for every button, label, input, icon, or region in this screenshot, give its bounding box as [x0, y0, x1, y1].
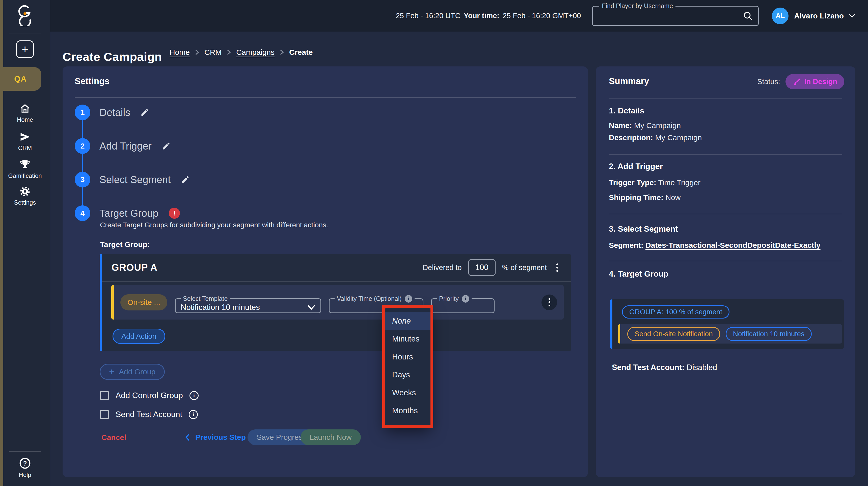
summary-panel: Summary Status: In Design 1. Details Nam…	[596, 66, 856, 477]
divider	[609, 154, 842, 154]
validity-time-menu: None Minutes Hours Days Weeks Months	[385, 308, 431, 425]
menu-option-months[interactable]: Months	[385, 402, 431, 420]
edit-pencil-icon[interactable]	[181, 175, 190, 184]
summary-line: Description: My Campaign	[609, 133, 702, 142]
status-badge-label: In Design	[804, 78, 837, 86]
workspace-badge-qa[interactable]: QA	[0, 67, 41, 91]
player-search-input[interactable]	[593, 6, 758, 25]
menu-option-days[interactable]: Days	[385, 366, 431, 384]
summary-section-title: 4. Target Group	[609, 269, 669, 279]
group-kebab-menu-icon[interactable]	[553, 262, 561, 273]
select-template-label: Select Template	[183, 295, 227, 303]
add-control-group-checkbox[interactable]	[100, 391, 109, 400]
user-menu[interactable]: Alvaro Lizano	[794, 11, 844, 20]
add-group-label: Add Group	[119, 368, 155, 376]
percent-suffix: % of segment	[502, 263, 547, 272]
menu-option-none[interactable]: None	[385, 312, 431, 330]
chevron-down-icon[interactable]	[848, 13, 856, 19]
step-label: Target Group	[99, 208, 158, 219]
breadcrumb-crm[interactable]: CRM	[205, 48, 221, 57]
step-label: Add Trigger	[99, 140, 152, 152]
clock-group: 25 Feb - 16:20 UTC Your time: 25 Feb - 1…	[396, 11, 581, 20]
workspace-edge-accent	[0, 0, 3, 486]
breadcrumb-separator-icon	[226, 49, 231, 56]
edit-pencil-icon[interactable]	[162, 141, 171, 150]
brush-icon	[793, 78, 801, 86]
summary-line: Segment: Dates-Transactional-SecondDepos…	[609, 241, 820, 250]
edit-pencil-icon[interactable]	[140, 108, 149, 117]
breadcrumb-home[interactable]: Home	[169, 48, 190, 57]
error-icon: !	[169, 208, 180, 219]
sidebar-item-crm[interactable]: CRM	[0, 131, 50, 151]
plus-icon: +	[109, 367, 114, 376]
settings-panel: Settings 1 Details 2 Add Trigger 3 Selec…	[63, 66, 588, 477]
send-test-account-checkbox[interactable]	[100, 410, 109, 419]
local-time: 25 Feb - 16:20 GMT+00	[503, 11, 581, 20]
send-test-account-row: Send Test Account i	[100, 410, 198, 419]
home-icon	[19, 103, 31, 114]
player-search: Find Player by Username	[592, 6, 759, 26]
action-kebab-menu-icon[interactable]	[541, 294, 557, 310]
channel-chip[interactable]: On-site ...	[120, 294, 167, 310]
sidebar-item-help[interactable]: ? Help	[0, 457, 50, 479]
cancel-button[interactable]: Cancel	[100, 429, 128, 445]
sidebar-divider	[9, 451, 41, 452]
priority-field[interactable]: Priority i	[431, 295, 495, 313]
send-test-account-label: Send Test Account	[116, 410, 182, 419]
sidebar-item-label: Gamification	[0, 172, 50, 179]
svg-text:?: ?	[23, 460, 27, 467]
info-icon[interactable]: i	[462, 295, 469, 303]
add-action-button[interactable]: Add Action	[113, 328, 165, 344]
breadcrumb-separator-icon	[195, 49, 199, 56]
select-template-value: Notification 10 minutes	[181, 303, 260, 312]
group-a-header: GROUP A Delivered to % of segment	[102, 254, 571, 282]
launch-now-button[interactable]: Launch Now	[301, 429, 361, 445]
summary-group-chip[interactable]: GROUP A: 100 % of segment	[622, 305, 730, 318]
trophy-icon	[19, 159, 31, 170]
step-number: 2	[75, 138, 90, 154]
summary-template-chip[interactable]: Notification 10 minutes	[726, 327, 812, 341]
sidebar-item-gamification[interactable]: Gamification	[0, 159, 50, 179]
percent-of-segment-input[interactable]	[468, 259, 496, 276]
menu-option-weeks[interactable]: Weeks	[385, 384, 431, 402]
action-row: On-site ... Select Template Notification…	[111, 285, 564, 319]
your-time-label: Your time:	[464, 11, 499, 20]
sidebar-item-settings[interactable]: Settings	[0, 186, 50, 206]
summary-action-chip[interactable]: Send On-site Notification	[627, 327, 720, 341]
step-number: 4	[75, 205, 90, 221]
avatar[interactable]: AL	[772, 7, 788, 24]
step-label: Details	[99, 107, 130, 118]
info-icon[interactable]: i	[405, 295, 412, 303]
add-group-button[interactable]: + Add Group	[100, 364, 165, 380]
gear-icon	[20, 186, 31, 197]
summary-line: Trigger Type: Time Trigger	[609, 178, 701, 187]
previous-step-button[interactable]: Previous Step	[183, 429, 247, 445]
info-icon[interactable]: i	[189, 410, 198, 419]
avatar-initials: AL	[776, 12, 785, 20]
sidebar-item-home[interactable]: Home	[0, 103, 50, 123]
sidebar-item-label: CRM	[0, 144, 50, 151]
summary-group-card: GROUP A: 100 % of segment Send On-site N…	[610, 299, 844, 349]
breadcrumb-campaigns[interactable]: Campaigns	[236, 48, 275, 57]
add-control-group-row: Add Control Group i	[100, 391, 198, 400]
info-icon[interactable]: i	[189, 391, 198, 400]
step-select-segment: 3 Select Segment	[75, 172, 190, 188]
summary-send-test: Send Test Account: Disabled	[612, 363, 717, 372]
target-group-label: Target Group:	[100, 240, 150, 249]
breadcrumb-separator-icon	[280, 49, 284, 56]
app-logo[interactable]	[0, 4, 50, 26]
divider	[609, 261, 842, 261]
menu-option-minutes[interactable]: Minutes	[385, 330, 431, 348]
menu-option-hours[interactable]: Hours	[385, 348, 431, 366]
summary-section-title: 3. Select Segment	[609, 224, 678, 234]
priority-label: Priority	[439, 295, 459, 303]
select-template-dropdown[interactable]: Select Template Notification 10 minutes	[175, 295, 321, 313]
sidebar: + QA Home CRM Gamification Settings	[0, 0, 50, 486]
create-button[interactable]: +	[16, 40, 34, 58]
divider	[609, 98, 842, 98]
segment-link[interactable]: Dates-Transactional-SecondDepositDate-Ex…	[646, 241, 820, 249]
search-icon[interactable]	[743, 11, 753, 21]
group-a-card: GROUP A Delivered to % of segment On-sit…	[100, 254, 571, 351]
step-details: 1 Details	[75, 105, 149, 120]
chevron-down-icon	[307, 305, 315, 310]
